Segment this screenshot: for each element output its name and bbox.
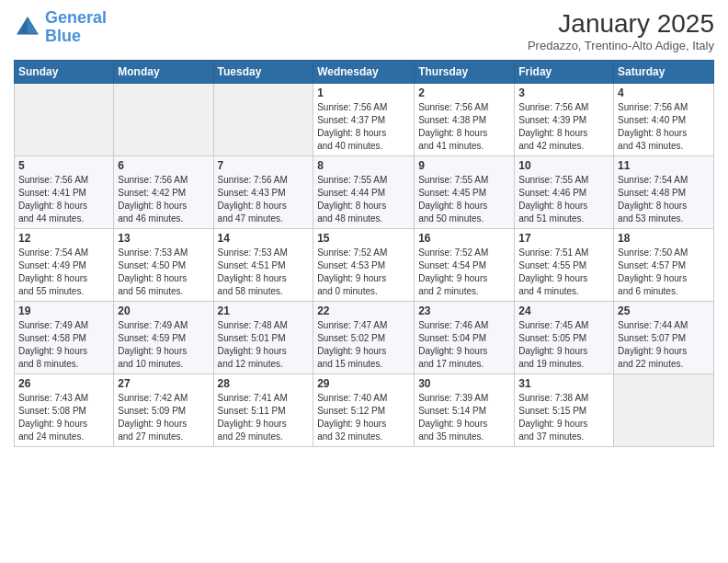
day-number: 3 [518,86,609,99]
day-cell: 14Sunrise: 7:53 AM Sunset: 4:51 PM Dayli… [213,229,313,302]
day-number: 6 [118,159,209,172]
day-info: Sunrise: 7:52 AM Sunset: 4:54 PM Dayligh… [418,247,510,298]
day-number: 27 [118,377,209,390]
day-info: Sunrise: 7:55 AM Sunset: 4:46 PM Dayligh… [518,174,609,225]
week-row-2: 5Sunrise: 7:56 AM Sunset: 4:41 PM Daylig… [15,156,714,229]
day-cell: 29Sunrise: 7:40 AM Sunset: 5:12 PM Dayli… [313,374,415,447]
day-number: 14 [218,232,310,245]
day-info: Sunrise: 7:44 AM Sunset: 5:07 PM Dayligh… [618,319,710,371]
day-info: Sunrise: 7:56 AM Sunset: 4:37 PM Dayligh… [317,101,410,153]
day-number: 24 [518,304,609,317]
day-number: 16 [418,232,510,245]
day-number: 15 [317,232,410,245]
day-cell: 27Sunrise: 7:42 AM Sunset: 5:09 PM Dayli… [114,374,213,447]
weekday-header-saturday: Saturday [614,61,714,84]
page: General Blue January 2025 Predazzo, Tren… [0,0,728,563]
day-cell: 5Sunrise: 7:56 AM Sunset: 4:41 PM Daylig… [15,156,114,229]
day-number: 10 [518,159,609,172]
logo: General Blue [14,9,107,46]
day-cell: 18Sunrise: 7:50 AM Sunset: 4:57 PM Dayli… [614,229,714,302]
day-number: 2 [418,86,510,99]
day-cell: 19Sunrise: 7:49 AM Sunset: 4:58 PM Dayli… [15,302,114,374]
weekday-header-friday: Friday [515,61,614,84]
day-info: Sunrise: 7:47 AM Sunset: 5:02 PM Dayligh… [317,319,410,371]
month-title: January 2025 [528,9,714,39]
day-number: 18 [618,232,710,245]
day-info: Sunrise: 7:52 AM Sunset: 4:53 PM Dayligh… [317,247,410,298]
day-cell: 20Sunrise: 7:49 AM Sunset: 4:59 PM Dayli… [114,302,213,374]
day-cell: 26Sunrise: 7:43 AM Sunset: 5:08 PM Dayli… [15,374,114,447]
day-info: Sunrise: 7:55 AM Sunset: 4:45 PM Dayligh… [418,174,510,225]
day-number: 20 [118,304,209,317]
day-info: Sunrise: 7:49 AM Sunset: 4:59 PM Dayligh… [118,319,209,371]
day-info: Sunrise: 7:46 AM Sunset: 5:04 PM Dayligh… [418,319,510,371]
week-row-5: 26Sunrise: 7:43 AM Sunset: 5:08 PM Dayli… [15,374,714,447]
day-cell: 2Sunrise: 7:56 AM Sunset: 4:38 PM Daylig… [415,84,515,156]
day-info: Sunrise: 7:56 AM Sunset: 4:39 PM Dayligh… [518,101,609,153]
day-info: Sunrise: 7:56 AM Sunset: 4:40 PM Dayligh… [618,101,710,153]
week-row-3: 12Sunrise: 7:54 AM Sunset: 4:49 PM Dayli… [15,229,714,302]
day-cell: 16Sunrise: 7:52 AM Sunset: 4:54 PM Dayli… [415,229,515,302]
day-number: 19 [18,304,109,317]
logo-text: General Blue [45,9,107,46]
day-info: Sunrise: 7:38 AM Sunset: 5:15 PM Dayligh… [518,392,609,443]
day-number: 23 [418,304,510,317]
week-row-4: 19Sunrise: 7:49 AM Sunset: 4:58 PM Dayli… [15,302,714,374]
day-cell: 28Sunrise: 7:41 AM Sunset: 5:11 PM Dayli… [213,374,313,447]
day-info: Sunrise: 7:54 AM Sunset: 4:49 PM Dayligh… [18,247,109,298]
subtitle: Predazzo, Trentino-Alto Adige, Italy [528,39,714,52]
day-info: Sunrise: 7:55 AM Sunset: 4:44 PM Dayligh… [317,174,410,225]
day-cell: 9Sunrise: 7:55 AM Sunset: 4:45 PM Daylig… [415,156,515,229]
day-info: Sunrise: 7:45 AM Sunset: 5:05 PM Dayligh… [518,319,609,371]
weekday-header-tuesday: Tuesday [213,61,313,84]
day-info: Sunrise: 7:56 AM Sunset: 4:42 PM Dayligh… [118,174,209,225]
weekday-header-sunday: Sunday [15,61,114,84]
day-cell: 8Sunrise: 7:55 AM Sunset: 4:44 PM Daylig… [313,156,415,229]
day-info: Sunrise: 7:56 AM Sunset: 4:43 PM Dayligh… [218,174,310,225]
title-block: January 2025 Predazzo, Trentino-Alto Adi… [528,9,714,52]
day-info: Sunrise: 7:53 AM Sunset: 4:51 PM Dayligh… [218,247,310,298]
day-cell [213,84,313,156]
day-info: Sunrise: 7:49 AM Sunset: 4:58 PM Dayligh… [18,319,109,371]
day-cell: 12Sunrise: 7:54 AM Sunset: 4:49 PM Dayli… [15,229,114,302]
day-number: 7 [218,159,310,172]
day-number: 12 [18,232,109,245]
day-cell: 7Sunrise: 7:56 AM Sunset: 4:43 PM Daylig… [213,156,313,229]
day-cell: 24Sunrise: 7:45 AM Sunset: 5:05 PM Dayli… [515,302,614,374]
day-cell: 10Sunrise: 7:55 AM Sunset: 4:46 PM Dayli… [515,156,614,229]
day-cell: 22Sunrise: 7:47 AM Sunset: 5:02 PM Dayli… [313,302,415,374]
day-cell: 25Sunrise: 7:44 AM Sunset: 5:07 PM Dayli… [614,302,714,374]
day-cell: 3Sunrise: 7:56 AM Sunset: 4:39 PM Daylig… [515,84,614,156]
day-info: Sunrise: 7:56 AM Sunset: 4:41 PM Dayligh… [18,174,109,225]
day-info: Sunrise: 7:51 AM Sunset: 4:55 PM Dayligh… [518,247,609,298]
day-number: 13 [118,232,209,245]
day-info: Sunrise: 7:43 AM Sunset: 5:08 PM Dayligh… [18,392,109,443]
day-info: Sunrise: 7:42 AM Sunset: 5:09 PM Dayligh… [118,392,209,443]
day-number: 30 [418,377,510,390]
day-cell: 15Sunrise: 7:52 AM Sunset: 4:53 PM Dayli… [313,229,415,302]
day-number: 11 [618,159,710,172]
weekday-header-thursday: Thursday [415,61,515,84]
calendar: SundayMondayTuesdayWednesdayThursdayFrid… [14,60,714,447]
day-cell: 21Sunrise: 7:48 AM Sunset: 5:01 PM Dayli… [213,302,313,374]
day-number: 22 [317,304,410,317]
day-number: 28 [218,377,310,390]
day-cell: 11Sunrise: 7:54 AM Sunset: 4:48 PM Dayli… [614,156,714,229]
logo-icon [14,14,41,41]
day-number: 9 [418,159,510,172]
day-cell: 31Sunrise: 7:38 AM Sunset: 5:15 PM Dayli… [515,374,614,447]
day-number: 29 [317,377,410,390]
day-cell: 23Sunrise: 7:46 AM Sunset: 5:04 PM Dayli… [415,302,515,374]
day-cell: 30Sunrise: 7:39 AM Sunset: 5:14 PM Dayli… [415,374,515,447]
day-cell [15,84,114,156]
weekday-header-row: SundayMondayTuesdayWednesdayThursdayFrid… [15,61,714,84]
day-cell: 6Sunrise: 7:56 AM Sunset: 4:42 PM Daylig… [114,156,213,229]
day-info: Sunrise: 7:40 AM Sunset: 5:12 PM Dayligh… [317,392,410,443]
day-cell: 13Sunrise: 7:53 AM Sunset: 4:50 PM Dayli… [114,229,213,302]
header: General Blue January 2025 Predazzo, Tren… [14,9,714,52]
day-cell [614,374,714,447]
day-number: 25 [618,304,710,317]
day-number: 31 [518,377,609,390]
day-number: 21 [218,304,310,317]
day-cell [114,84,213,156]
